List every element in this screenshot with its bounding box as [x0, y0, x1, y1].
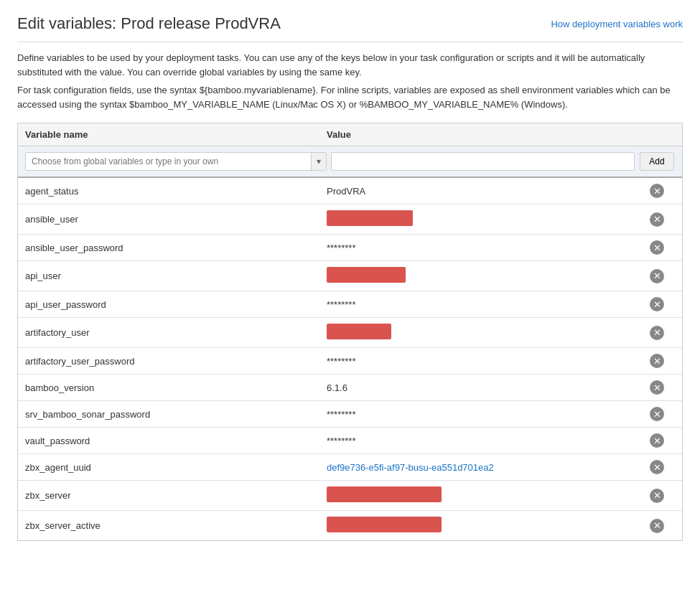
table-row: srv_bamboo_sonar_password********✕ — [18, 401, 682, 428]
variable-value — [327, 267, 639, 285]
page-title: Edit variables: Prod release ProdVRA — [17, 14, 281, 33]
variable-value: def9e736-e5fi-af97-busu-ea551d701ea2 — [327, 462, 639, 473]
variable-value — [327, 324, 639, 342]
actions-cell: ✕ — [639, 184, 675, 198]
variable-name: ansible_user — [25, 214, 327, 225]
delete-variable-button[interactable]: ✕ — [650, 297, 664, 311]
variable-name: zbx_server — [25, 490, 327, 501]
table-row: api_user_password********✕ — [18, 291, 682, 318]
actions-cell: ✕ — [639, 433, 675, 448]
dropdown-arrow-icon[interactable] — [311, 153, 326, 170]
add-row: Add — [18, 146, 682, 178]
actions-cell: ✕ — [639, 297, 675, 311]
variable-name: srv_bamboo_sonar_password — [25, 409, 327, 420]
variable-name-wrapper — [25, 152, 327, 171]
variable-value: ******** — [327, 409, 639, 420]
table-row: zbx_agent_uuiddef9e736-e5fi-af97-busu-ea… — [18, 454, 682, 481]
table-row: artifactory_user✕ — [18, 318, 682, 348]
delete-variable-button[interactable]: ✕ — [650, 380, 664, 395]
actions-cell: ✕ — [639, 354, 675, 368]
actions-cell: ✕ — [639, 380, 675, 395]
variable-value: ******** — [327, 243, 639, 253]
variable-value: ******** — [327, 299, 639, 310]
delete-variable-button[interactable]: ✕ — [650, 326, 664, 340]
table-row: zbx_server_active✕ — [18, 511, 682, 540]
actions-cell: ✕ — [639, 212, 675, 227]
table-row: zbx_server✕ — [18, 481, 682, 511]
variable-value: ******** — [327, 356, 639, 367]
col-header-variable: Variable name — [25, 129, 327, 140]
variable-name: agent_status — [25, 186, 327, 197]
variable-value — [327, 210, 639, 228]
delete-variable-button[interactable]: ✕ — [650, 184, 664, 198]
variable-name: zbx_server_active — [25, 520, 327, 531]
table-row: bamboo_version6.1.6✕ — [18, 375, 682, 401]
table-row: vault_password********✕ — [18, 428, 682, 454]
table-row: artifactory_user_password********✕ — [18, 348, 682, 375]
delete-variable-button[interactable]: ✕ — [650, 240, 664, 255]
delete-variable-button[interactable]: ✕ — [650, 519, 664, 533]
description-line1: Define variables to be used by your depl… — [17, 51, 683, 79]
help-link[interactable]: How deployment variables work — [551, 19, 683, 29]
variable-value: ******** — [327, 436, 639, 446]
variable-value-input[interactable] — [331, 152, 635, 171]
variables-table: Variable name Value Add agent_statusProd… — [17, 123, 683, 541]
delete-variable-button[interactable]: ✕ — [650, 433, 664, 448]
actions-cell: ✕ — [639, 519, 675, 533]
delete-variable-button[interactable]: ✕ — [650, 460, 664, 474]
table-rows: agent_statusProdVRA✕ansible_user✕ansible… — [18, 178, 682, 540]
variable-name-input[interactable] — [26, 153, 311, 170]
actions-cell: ✕ — [639, 489, 675, 503]
page-header: Edit variables: Prod release ProdVRA How… — [17, 14, 683, 33]
variable-name: api_user_password — [25, 299, 327, 310]
table-header: Variable name Value — [18, 123, 682, 146]
delete-variable-button[interactable]: ✕ — [650, 212, 664, 227]
actions-cell: ✕ — [639, 240, 675, 255]
table-row: api_user✕ — [18, 261, 682, 291]
table-row: agent_statusProdVRA✕ — [18, 178, 682, 204]
variable-name: zbx_agent_uuid — [25, 462, 327, 473]
variable-value: 6.1.6 — [327, 382, 639, 393]
actions-cell: ✕ — [639, 460, 675, 474]
delete-variable-button[interactable]: ✕ — [650, 354, 664, 368]
variable-name: api_user — [25, 271, 327, 281]
variable-name: vault_password — [25, 436, 327, 446]
col-header-value: Value — [327, 129, 639, 140]
variable-value — [327, 517, 639, 535]
actions-cell: ✕ — [639, 269, 675, 283]
variable-name: artifactory_user_password — [25, 356, 327, 367]
delete-variable-button[interactable]: ✕ — [650, 407, 664, 421]
description-section: Define variables to be used by your depl… — [17, 42, 683, 111]
table-row: ansible_user✕ — [18, 204, 682, 235]
col-header-actions — [639, 129, 675, 140]
table-row: ansible_user_password********✕ — [18, 235, 682, 261]
actions-cell: ✕ — [639, 407, 675, 421]
variable-name: artifactory_user — [25, 327, 327, 338]
delete-variable-button[interactable]: ✕ — [650, 489, 664, 503]
description-line2: For task configuration fields, use the s… — [17, 83, 683, 111]
variable-value — [327, 486, 639, 504]
add-variable-button[interactable]: Add — [640, 152, 673, 171]
actions-cell: ✕ — [639, 326, 675, 340]
variable-name: bamboo_version — [25, 382, 327, 393]
delete-variable-button[interactable]: ✕ — [650, 269, 664, 283]
variable-value: ProdVRA — [327, 186, 639, 197]
variable-name: ansible_user_password — [25, 243, 327, 253]
